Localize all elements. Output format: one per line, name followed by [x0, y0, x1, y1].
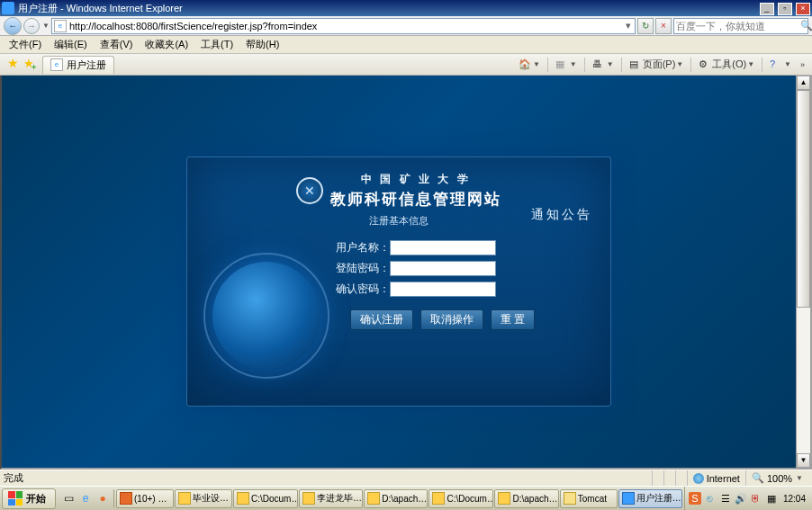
vertical-scrollbar[interactable]: ▲ ▼ — [796, 76, 810, 468]
notice-heading: 通知公告 — [531, 207, 592, 223]
ie-icon — [2, 2, 14, 14]
folder-icon — [178, 492, 191, 505]
tray-icon[interactable]: ☰ — [719, 492, 732, 505]
minimize-button[interactable]: _ — [760, 3, 774, 15]
separator — [621, 58, 622, 72]
reset-button[interactable]: 重 置 — [491, 309, 535, 330]
menu-edit[interactable]: 编辑(E) — [49, 36, 93, 53]
add-favorite-button[interactable] — [22, 56, 40, 74]
task-button[interactable]: D:\apach… — [494, 489, 558, 508]
menu-help[interactable]: 帮助(H) — [240, 36, 284, 53]
task-button[interactable]: 李进龙毕… — [299, 489, 363, 508]
panel-header: ✕ 中 国 矿 业 大 学 教师科研信息管理网站 — [203, 166, 594, 211]
task-button[interactable]: D:\apach… — [364, 489, 428, 508]
zoom-icon: 🔍 — [752, 472, 764, 484]
gear-icon: ⚙ — [699, 58, 711, 71]
status-cell — [675, 470, 687, 486]
scroll-down-button[interactable]: ▼ — [797, 453, 810, 468]
ie-icon — [622, 492, 635, 505]
windows-logo-icon — [8, 491, 23, 506]
restore-button[interactable]: ▫ — [778, 3, 792, 15]
confirm-password-input[interactable] — [390, 282, 496, 297]
back-button[interactable]: ← — [4, 17, 22, 35]
cancel-button[interactable]: 取消操作 — [420, 309, 483, 330]
task-button[interactable]: (10+) … — [116, 489, 174, 508]
submit-button[interactable]: 确认注册 — [350, 309, 413, 330]
folder-icon — [432, 492, 445, 505]
tray-icon[interactable]: ▦ — [765, 492, 778, 505]
quick-launch: ▭ e ● — [58, 489, 114, 507]
status-bar: 完成 Internet 🔍100%▼ — [0, 470, 812, 486]
folder-icon — [237, 492, 249, 505]
address-field[interactable]: e ▾ — [51, 18, 636, 34]
menu-tools[interactable]: 工具(T) — [195, 36, 239, 53]
status-cell — [663, 470, 675, 486]
menu-view[interactable]: 查看(V) — [95, 36, 139, 53]
clock[interactable]: 12:04 — [780, 494, 808, 504]
refresh-button[interactable]: ↻ — [637, 18, 654, 34]
print-button[interactable]: 🖶▼ — [589, 56, 618, 74]
search-field[interactable]: 🔍 — [673, 18, 808, 34]
window-titlebar: 用户注册 - Windows Internet Explorer _ ▫ × — [0, 0, 812, 16]
window-buttons: _ ▫ × — [759, 2, 810, 15]
status-cell — [652, 470, 663, 486]
task-button[interactable]: C:\Docum… — [233, 489, 298, 508]
page-icon: e — [54, 20, 67, 32]
zoom-control[interactable]: 🔍100%▼ — [745, 470, 808, 486]
tray-icon[interactable]: S — [689, 492, 701, 505]
password-input[interactable] — [390, 261, 496, 276]
ql-firefox-button[interactable]: ● — [95, 489, 111, 507]
separator — [584, 58, 585, 72]
tomcat-icon — [564, 492, 576, 505]
page-menu-button[interactable]: ▤页面(P)▼ — [626, 55, 688, 74]
url-input[interactable] — [69, 20, 624, 32]
page-content: ✕ 中 国 矿 业 大 学 教师科研信息管理网站 注册基本信息 通知公告 用户名… — [2, 76, 796, 468]
url-dropdown[interactable]: ▾ — [624, 20, 633, 31]
task-button[interactable]: Tomcat — [560, 489, 618, 508]
internet-zone-icon — [693, 473, 704, 484]
navigation-bar: ← → ▼ e ▾ ↻ × 🔍 — [0, 16, 812, 36]
scroll-thumb[interactable] — [797, 90, 810, 308]
browser-tab[interactable]: e 用户注册 — [42, 56, 114, 74]
menu-file[interactable]: 文件(F) — [4, 36, 47, 53]
separator — [762, 58, 762, 72]
register-panel: ✕ 中 国 矿 业 大 学 教师科研信息管理网站 注册基本信息 通知公告 用户名… — [186, 157, 611, 407]
username-label: 用户名称： — [334, 240, 390, 255]
nav-history-dropdown[interactable]: ▼ — [42, 22, 50, 30]
menu-favorites[interactable]: 收藏夹(A) — [140, 36, 194, 53]
tray-volume-icon[interactable]: 🔊 — [735, 492, 747, 505]
scroll-track[interactable] — [797, 90, 810, 453]
task-button[interactable]: C:\Docum… — [429, 489, 493, 508]
tools-menu-button[interactable]: ⚙工具(O)▼ — [695, 55, 758, 74]
help-icon: ? — [770, 58, 782, 71]
show-desktop-button[interactable]: ▭ — [60, 489, 77, 507]
window-title: 用户注册 - Windows Internet Explorer — [18, 2, 183, 15]
security-zone[interactable]: Internet — [687, 470, 745, 486]
tray-network-icon[interactable]: ⎋ — [704, 492, 717, 505]
start-button[interactable]: 开始 — [2, 488, 56, 509]
tray-shield-icon[interactable]: ⛨ — [750, 492, 762, 505]
university-logo: ✕ — [296, 177, 323, 204]
feeds-button[interactable]: ▦▼ — [552, 56, 581, 74]
search-icon[interactable]: 🔍 — [800, 20, 812, 31]
print-icon: 🖶 — [592, 58, 605, 71]
username-input[interactable] — [390, 240, 496, 255]
forward-button[interactable]: → — [23, 18, 40, 34]
task-button[interactable]: 毕业设… — [175, 489, 232, 508]
stop-button[interactable]: × — [655, 18, 672, 34]
site-name: 教师科研信息管理网站 — [330, 189, 501, 210]
search-input[interactable] — [676, 21, 800, 31]
help-button[interactable]: ?▼ — [766, 56, 795, 74]
app-icon — [120, 492, 132, 505]
task-button-active[interactable]: 用户注册… — [618, 489, 682, 508]
page-viewport: ✕ 中 国 矿 业 大 学 教师科研信息管理网站 注册基本信息 通知公告 用户名… — [0, 76, 812, 470]
ql-ie-button[interactable]: e — [77, 489, 94, 507]
chevron-right-icon: » — [800, 60, 805, 69]
chevrons-button[interactable]: » — [797, 58, 808, 72]
close-button[interactable]: × — [796, 3, 810, 15]
feed-icon: ▦ — [555, 58, 568, 71]
home-button[interactable]: 🏠▼ — [515, 56, 544, 74]
favorites-center-button[interactable]: ★ — [4, 56, 22, 74]
scroll-up-button[interactable]: ▲ — [797, 76, 810, 90]
university-name: 中 国 矿 业 大 学 — [330, 172, 501, 187]
